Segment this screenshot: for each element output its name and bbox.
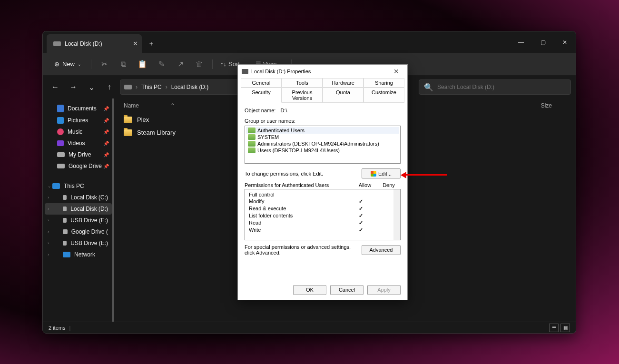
recent-button[interactable]: ⌄ [84,79,99,95]
tab-customize[interactable]: Customize [364,88,404,103]
apply-button[interactable]: Apply [367,285,401,295]
sidebar-google-drive[interactable]: ›Google Drive ( [45,226,112,237]
chevron-down-icon: ⌄ [78,62,81,67]
object-name-label: Object name: [245,108,275,113]
drive-icon [57,164,65,168]
chevron-right-icon: › [48,241,49,246]
chevron-down-icon: ⌄ [48,184,51,188]
group-label: Group or user names: [245,118,401,124]
maximize-button[interactable]: ▢ [532,31,554,53]
shield-icon [371,171,376,177]
new-button[interactable]: ⊕ New ⌄ [49,59,86,69]
copy-icon[interactable]: ⧉ [115,56,131,72]
icons-view-button[interactable]: ▦ [560,324,570,332]
group-list[interactable]: Authenticated Users SYSTEM Administrator… [245,126,401,164]
chevron-right-icon: › [48,218,49,223]
drive-icon [53,41,61,46]
search-box[interactable]: 🔍 [419,79,571,95]
breadcrumb[interactable]: › This PC › Local Disk (D:) [120,79,244,95]
deny-check [373,227,396,233]
tab-tools[interactable]: Tools [282,78,323,88]
group-authenticated-users[interactable]: Authenticated Users [246,127,399,134]
sidebar-this-pc[interactable]: ⌄This PC [45,180,112,192]
permissions-list: Full control Modify✓ Read & execute✓ Lis… [245,189,401,240]
pin-icon: 📌 [103,141,109,146]
properties-dialog: Local Disk (D:) Properties ✕ General Too… [237,64,408,300]
sidebar-usb-drive-e-2[interactable]: ›USB Drive (E:) [45,237,112,249]
new-label: New [62,60,75,68]
plus-circle-icon: ⊕ [54,60,59,68]
sidebar-item-music[interactable]: Music📌 [45,126,112,138]
permissions-scrollbar[interactable] [393,189,400,240]
sidebar-drive-c[interactable]: ›Local Disk (C:) [45,192,112,203]
folder-icon [124,129,132,136]
group-administrators[interactable]: Administrators (DESKTOP-LM924L4\Administ… [246,140,399,147]
tab-close-icon[interactable]: ✕ [133,40,138,47]
network-icon [63,252,70,257]
rename-icon[interactable]: ✎ [153,56,169,72]
sidebar-usb-drive-e[interactable]: ›USB Drive (E:) [45,215,112,226]
drive-icon [242,69,248,74]
pin-icon: 📌 [103,118,109,123]
forward-button[interactable]: → [66,79,81,95]
drive-icon [63,229,68,234]
breadcrumb-root[interactable]: This PC [141,84,162,90]
tab-hardware[interactable]: Hardware [323,78,364,88]
allow-check: ✓ [349,206,373,212]
dialog-buttons: OK Cancel Apply [293,285,401,295]
share-icon[interactable]: ↗ [172,56,188,72]
new-tab-button[interactable]: ＋ [142,34,161,53]
breadcrumb-current[interactable]: Local Disk (D:) [171,84,209,90]
sidebar-item-documents[interactable]: Documents📌 [45,102,112,115]
dialog-close-button[interactable]: ✕ [389,68,403,75]
sidebar-item-google-drive[interactable]: Google Drive📌 [45,160,112,172]
dialog-title: Local Disk (D:) Properties [251,69,311,74]
close-button[interactable]: ✕ [554,31,576,53]
chevron-right-icon: › [48,207,49,211]
cut-icon[interactable]: ✂ [96,56,112,72]
details-view-button[interactable]: ☰ [549,324,559,332]
back-button[interactable]: ← [48,79,63,95]
deny-check [373,198,396,205]
sidebar-network[interactable]: ›Network [45,249,112,260]
perm-read-execute: Read & execute✓ [249,205,396,212]
annotation-arrow [401,172,447,178]
paste-icon[interactable]: 📋 [134,56,150,72]
tab-general[interactable]: General [241,78,282,88]
search-icon: 🔍 [424,83,433,92]
allow-check: ✓ [349,198,373,205]
sort-indicator-icon: ⌃ [170,102,175,109]
advanced-button[interactable]: Advanced [362,245,401,255]
sidebar-scrollbar[interactable] [112,98,114,322]
ok-button[interactable]: OK [293,285,326,295]
group-system[interactable]: SYSTEM [246,134,399,140]
perm-read: Read✓ [249,219,396,226]
deny-check [373,220,396,226]
sidebar-item-pictures[interactable]: Pictures📌 [45,115,112,126]
drive-icon [63,241,67,246]
tab-security[interactable]: Security [241,88,282,103]
deny-check [373,192,396,197]
pin-icon: 📌 [103,152,109,157]
minimize-button[interactable]: — [510,31,532,53]
tab-previous-versions[interactable]: Previous Versions [282,88,323,103]
tab-title: Local Disk (D:) [65,40,102,47]
change-permissions-text: To change permissions, click Edit. [245,171,323,177]
tab-local-disk-d[interactable]: Local Disk (D:) ✕ [47,34,142,53]
perm-full-control: Full control [249,191,396,198]
music-icon [57,128,64,135]
dialog-body: Object name: D:\ Group or user names: Au… [238,103,407,260]
sidebar-item-my-drive[interactable]: My Drive📌 [45,149,112,160]
column-size[interactable]: Size [541,102,566,109]
search-input[interactable] [437,84,566,90]
cancel-button[interactable]: Cancel [330,285,364,295]
titlebar: Local Disk (D:) ✕ ＋ — ▢ ✕ [43,31,576,53]
group-users[interactable]: Users (DESKTOP-LM924L4\Users) [246,147,399,154]
up-button[interactable]: ↑ [102,79,117,95]
tab-quota[interactable]: Quota [323,88,364,103]
delete-icon[interactable]: 🗑 [191,56,207,72]
sidebar-item-videos[interactable]: Videos📌 [45,138,112,149]
tab-sharing[interactable]: Sharing [364,78,404,88]
sidebar-drive-d[interactable]: ›Local Disk (D:) [45,203,112,215]
edit-button[interactable]: Edit... [362,168,401,178]
